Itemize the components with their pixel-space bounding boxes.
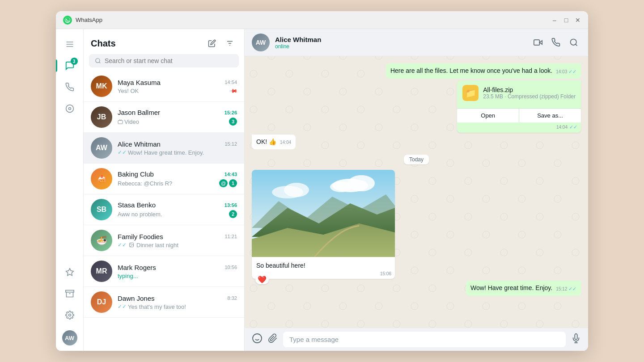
filter-button[interactable] [223, 36, 237, 51]
maximize-button[interactable]: □ [563, 17, 569, 23]
chat-item-maya[interactable]: MK Maya Kasuma 14:54 Yes! OK 📌 [84, 71, 244, 102]
chat-header-status: online [275, 43, 525, 50]
svg-line-20 [576, 44, 577, 46]
chat-preview-jason: Video [118, 118, 229, 125]
chat-item-baking[interactable]: 🍰 Baking Club 14:43 Rebecca: @Chris R? @… [84, 164, 244, 194]
message-received-1: OK! 👍 14:04 [252, 135, 296, 150]
minimize-button[interactable]: – [551, 17, 558, 23]
svg-point-8 [68, 314, 71, 316]
svg-point-3 [66, 105, 73, 113]
chat-time-maya: 14:54 [225, 80, 237, 85]
chat-time-dawn: 8:32 [228, 295, 237, 301]
chat-time-jason: 15:26 [225, 110, 237, 115]
svg-point-4 [68, 108, 71, 110]
chat-preview-stasa: Aww no problem. [118, 211, 229, 218]
message-sent-1: Here are all the files. Let me know once… [386, 63, 581, 79]
attach-button[interactable] [268, 333, 278, 346]
chat-preview-maya: Yes! OK [118, 88, 230, 94]
app-window: WhatsApp – □ ✕ 3 [56, 11, 588, 351]
new-chat-button[interactable] [205, 36, 219, 51]
nav-archived[interactable] [60, 284, 80, 303]
video-call-button[interactable] [531, 35, 545, 50]
image-time: 15:06 [380, 271, 391, 276]
chat-time-mark: 10:56 [225, 265, 237, 270]
svg-rect-18 [534, 40, 540, 45]
voice-message-button[interactable] [571, 333, 581, 346]
emoji-button[interactable] [252, 333, 263, 346]
chat-preview-alice: ✓✓ Wow! Have great time. Enjoy. [118, 149, 237, 156]
chat-time-alice: 15:12 [225, 141, 237, 147]
save-file-button[interactable]: Save as... [519, 109, 581, 122]
svg-line-13 [99, 62, 101, 63]
chat-name-maya: Maya Kasuma [118, 79, 161, 86]
chats-badge: 3 [71, 58, 78, 65]
file-icon: 📁 [462, 85, 479, 101]
image-caption: So beautiful here! [256, 262, 305, 269]
chat-item-jason[interactable]: JB Jason Ballmer 15:26 Video 3 [84, 102, 244, 133]
file-actions: Open Save as... [457, 108, 581, 122]
chat-preview-baking: Rebecca: @Chris R? [118, 180, 219, 187]
chat-header-info: Alice Whitman online [275, 36, 525, 50]
svg-point-19 [571, 39, 576, 45]
chat-header-name: Alice Whitman [275, 36, 525, 43]
avatar-mark: MR [91, 261, 112, 282]
day-divider: Today [404, 155, 429, 164]
avatar-baking: 🍰 [91, 168, 112, 189]
titlebar-title: WhatsApp [76, 17, 548, 23]
window-controls: – □ ✕ [551, 17, 581, 23]
chat-name-stasa: Stasa Benko [118, 201, 156, 209]
nav-calls[interactable] [60, 77, 80, 97]
chat-name-dawn: Dawn Jones [118, 295, 155, 302]
search-chat-button[interactable] [567, 35, 581, 50]
chat-item-family[interactable]: 🍜 Family Foodies 11:21 ✓✓ Dinner last ni… [84, 225, 244, 256]
svg-point-24 [330, 181, 352, 192]
chat-time-family: 11:21 [225, 234, 237, 239]
message-reaction: ❤️ [255, 275, 269, 284]
close-button[interactable]: ✕ [575, 17, 581, 23]
chat-item-dawn[interactable]: DJ Dawn Jones 8:32 ✓✓ Yes that's my fave… [84, 287, 244, 318]
nav-starred[interactable] [60, 262, 80, 282]
chat-preview-mark: typing... [118, 273, 237, 279]
nav-chats[interactable]: 3 [60, 56, 80, 76]
nav-menu[interactable] [60, 34, 80, 54]
pin-icon-maya: 📌 [229, 86, 238, 96]
unread-badge-baking: @ [219, 179, 228, 187]
chat-image[interactable] [252, 170, 395, 257]
avatar-dawn: DJ [91, 291, 112, 313]
svg-point-30 [253, 334, 262, 343]
open-file-button[interactable]: Open [457, 109, 519, 122]
nav-settings[interactable] [60, 305, 80, 325]
avatar-family: 🍜 [91, 230, 112, 251]
search-input[interactable] [105, 57, 233, 64]
avatar-alice: AW [91, 137, 112, 159]
unread-count-baking: 1 [229, 179, 237, 187]
chat-list-actions [205, 36, 237, 51]
app-body: 3 AW Chats [56, 29, 588, 351]
voice-call-button[interactable] [549, 35, 563, 50]
unread-badge-stasa: 2 [229, 210, 237, 218]
svg-point-26 [284, 183, 309, 197]
avatar-jason: JB [91, 106, 112, 128]
chat-input-bar [245, 328, 588, 351]
image-message-wrapper: So beautiful here! 15:06 ❤️ [252, 170, 395, 279]
chat-item-alice[interactable]: AW Alice Whitman 15:12 ✓✓ Wow! Have grea… [84, 133, 244, 164]
chat-header: AW Alice Whitman online [245, 29, 588, 56]
app-logo [63, 16, 72, 25]
message-input[interactable] [283, 332, 566, 347]
image-bubble: So beautiful here! 15:06 [252, 170, 395, 279]
svg-marker-5 [66, 269, 73, 276]
nav-sidebar: 3 AW [56, 29, 84, 351]
chat-item-mark[interactable]: MR Mark Rogers 10:56 typing... [84, 256, 244, 287]
svg-point-12 [96, 59, 100, 63]
user-avatar-nav[interactable]: AW [62, 330, 77, 345]
unread-badge-jason: 3 [229, 118, 237, 126]
chat-header-avatar[interactable]: AW [252, 34, 270, 51]
nav-status[interactable] [60, 99, 80, 118]
search-icon [95, 58, 101, 64]
chat-name-mark: Mark Rogers [118, 264, 156, 271]
message-sent-2: Wow! Have great time. Enjoy. 15:12 ✓✓ [466, 281, 581, 296]
chat-item-stasa[interactable]: SB Stasa Benko 13:56 Aww no problem. 2 [84, 194, 244, 225]
chat-list: MK Maya Kasuma 14:54 Yes! OK 📌 [84, 71, 244, 351]
avatar-maya: MK [91, 76, 112, 97]
chat-list-title: Chats [91, 38, 116, 49]
